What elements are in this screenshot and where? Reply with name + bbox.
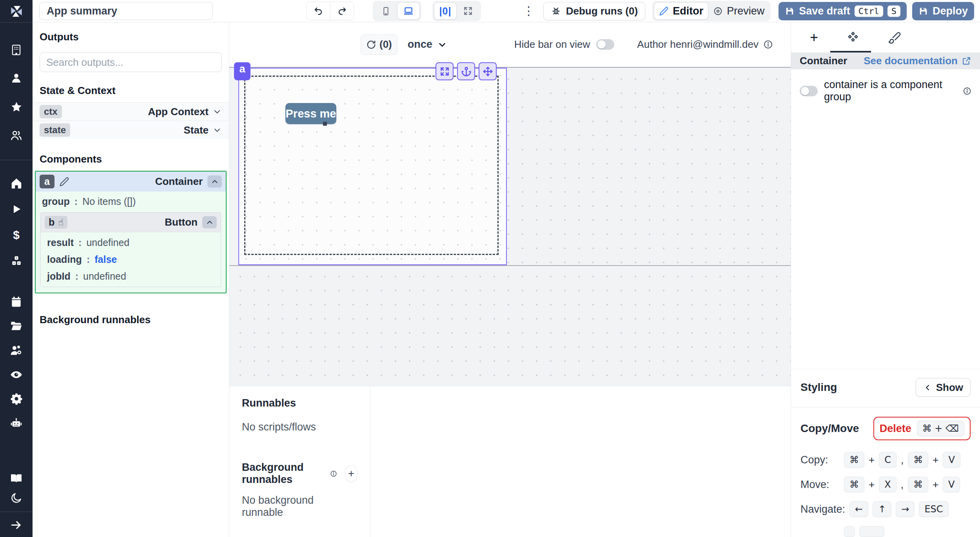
top-toolbar: |0| ⋮ Debug runs (0) Editor Preview Save… (33, 0, 980, 22)
background-runnables-title: Background runnables (242, 461, 325, 486)
components-title: Components (40, 153, 222, 165)
debug-runs-button[interactable]: Debug runs (0) (543, 2, 645, 20)
background-runnables-empty-label: No background runnable (242, 494, 358, 519)
container-drop-zone[interactable] (244, 76, 499, 255)
runnables-panel: Runnables No scripts/flows Background ru… (229, 386, 791, 537)
group-prop-row[interactable]: group : No items ([]) (36, 192, 226, 210)
styling-section-header: Styling Show (791, 369, 980, 407)
move-icon[interactable] (479, 62, 497, 80)
inspector-tabs: + (791, 22, 980, 52)
info-icon[interactable] (963, 86, 971, 96)
building-icon[interactable] (10, 43, 23, 56)
button-component-header[interactable]: b ☝ Button (41, 213, 221, 232)
save-icon (785, 6, 795, 16)
undo-button[interactable] (307, 2, 330, 20)
debug-runs-label: Debug runs (0) (566, 5, 638, 17)
component-settings-tab[interactable] (846, 31, 860, 44)
state-row[interactable]: state State (33, 121, 229, 139)
esc-key: ESC (919, 501, 948, 517)
chevron-up-icon (211, 177, 219, 186)
delete-component-button[interactable]: Delete ⌘ + ⌫ (873, 417, 971, 440)
resize-handle[interactable] (323, 122, 327, 126)
hide-bar-toggle[interactable] (596, 39, 614, 50)
grid-bottom-line (229, 265, 791, 266)
calendar-icon[interactable] (10, 295, 23, 308)
home-icon[interactable] (10, 177, 23, 190)
x-key: X (879, 477, 896, 492)
jobid-prop-row[interactable]: jobId : undefined (41, 268, 221, 287)
container-type-label: Container (155, 175, 203, 188)
component-group-toggle[interactable] (800, 86, 818, 96)
arrow-up-key: ↑ (873, 501, 891, 517)
user-icon[interactable] (10, 71, 23, 85)
container-tag-badge[interactable]: a (234, 62, 250, 80)
full-width-layout-button[interactable] (457, 2, 479, 20)
device-toggle-group (373, 1, 421, 21)
see-documentation-link[interactable]: See documentation (864, 55, 971, 67)
canvas-grid[interactable]: a Press me − 100% + (229, 67, 791, 386)
eye-icon[interactable] (10, 368, 23, 381)
book-icon[interactable] (10, 472, 23, 485)
loading-prop-row[interactable]: loading : false (41, 251, 221, 268)
preview-tab[interactable]: Preview (708, 2, 769, 20)
dollar-icon[interactable]: $ (10, 228, 23, 242)
container-component-header[interactable]: a Container (36, 172, 226, 192)
windmill-logo[interactable] (0, 0, 33, 22)
press-me-button[interactable]: Press me (285, 103, 336, 124)
centered-layout-button[interactable]: |0| (434, 2, 457, 20)
chevron-down-icon[interactable] (212, 125, 222, 135)
editor-tab[interactable]: Editor (654, 2, 708, 20)
clipped-key (859, 526, 884, 537)
pencil-icon (659, 6, 669, 16)
component-name: Container (800, 55, 847, 67)
ctx-row[interactable]: ctx App Context (33, 102, 229, 121)
expand-icon[interactable] (436, 62, 454, 80)
runnable-editor-empty-area (370, 386, 791, 537)
selected-container-component[interactable]: a Press me (238, 68, 507, 265)
result-prop-row[interactable]: result : undefined (41, 232, 221, 251)
app-canvas[interactable]: (0) once Hide bar on view Author henri@w… (229, 22, 791, 386)
info-icon[interactable] (763, 40, 773, 49)
chevron-down-icon[interactable] (212, 107, 222, 116)
redo-button[interactable] (330, 2, 354, 20)
undo-redo-group (306, 2, 354, 20)
collapse-container-button[interactable] (207, 175, 222, 188)
canvas-toolbar: (0) once Hide bar on view Author henri@w… (229, 22, 791, 67)
user-gear-icon[interactable] (10, 344, 23, 357)
deploy-button[interactable]: Deploy (912, 2, 974, 20)
app-summary-input[interactable] (39, 2, 213, 20)
info-icon[interactable] (330, 469, 337, 479)
gear-icon[interactable] (10, 392, 23, 405)
show-styling-button[interactable]: Show (916, 378, 971, 397)
desktop-view-button[interactable] (397, 2, 420, 20)
rail-divider (0, 512, 33, 512)
styling-tab[interactable] (888, 31, 901, 44)
nav-rail: $ (0, 0, 33, 537)
star-icon[interactable] (10, 100, 23, 114)
folder-open-icon[interactable] (10, 319, 23, 333)
runnables-title: Runnables (242, 397, 358, 409)
edit-pencil-icon[interactable] (59, 177, 69, 187)
save-draft-button[interactable]: Save draft Ctrl S (779, 2, 907, 20)
active-tab-underline (830, 51, 871, 52)
arrow-right-icon[interactable] (10, 518, 23, 532)
anchor-icon[interactable] (457, 62, 475, 80)
external-link-icon (962, 56, 971, 66)
component-header-bar: Container See documentation (791, 52, 980, 69)
collapse-button-button[interactable] (202, 216, 217, 228)
mobile-view-button[interactable] (374, 2, 397, 20)
cubes-icon[interactable] (10, 254, 23, 268)
refresh-icon (366, 40, 376, 50)
container-component-card: a Container group : No items ([]) b ☝ Bu… (35, 171, 227, 293)
clipped-key (844, 526, 855, 537)
add-background-runnable-button[interactable]: + (345, 465, 358, 482)
add-component-tab[interactable]: + (810, 31, 818, 45)
moon-icon[interactable] (10, 491, 23, 504)
refresh-mode-select[interactable]: once (408, 38, 447, 51)
kebab-menu-icon[interactable]: ⋮ (521, 5, 537, 17)
robot-icon[interactable] (10, 416, 23, 430)
refresh-button[interactable]: (0) (361, 34, 397, 55)
search-outputs-input[interactable] (40, 52, 222, 72)
users-icon[interactable] (10, 128, 23, 142)
play-icon[interactable] (10, 203, 23, 216)
